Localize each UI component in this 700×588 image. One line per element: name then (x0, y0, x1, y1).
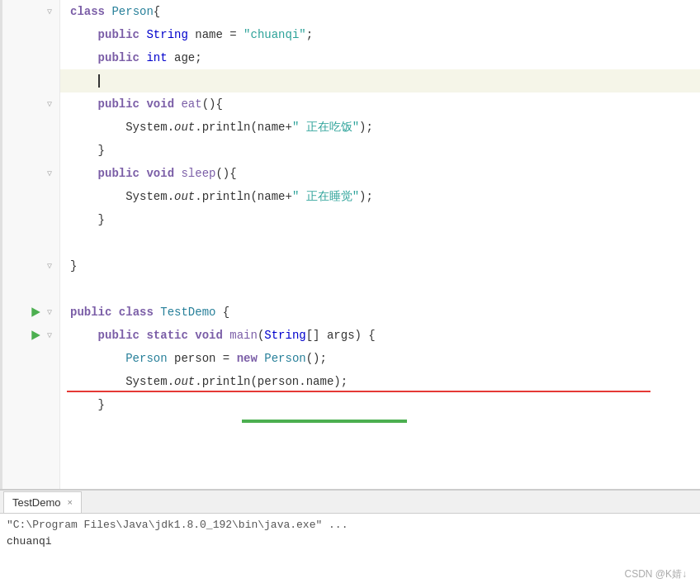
gutter-row-14: ▽ (2, 301, 59, 324)
token-chuanqi: "chuanqi" (244, 28, 306, 41)
fold-icon-15[interactable]: ▽ (45, 330, 54, 340)
token-sp2 (140, 28, 146, 41)
code-line-1: class Person { (60, 0, 700, 23)
token-semi2: ; (306, 28, 313, 41)
token-testdemo-class: TestDemo (160, 306, 215, 319)
token-system9: System. (125, 190, 174, 203)
fold-icon-1[interactable]: ▽ (45, 7, 54, 17)
code-line-14: public class TestDemo { (60, 301, 700, 324)
gutter-row-9 (2, 185, 59, 208)
console-tab[interactable]: TestDemo × (3, 491, 82, 513)
token-sp8 (140, 167, 146, 180)
code-line-12: } (60, 254, 700, 277)
token-system17: System. (125, 375, 174, 388)
token-indent2 (70, 28, 98, 41)
fold-icon-8[interactable]: ▽ (45, 168, 54, 178)
code-line-11 (60, 231, 700, 254)
token-void5: void (146, 97, 174, 111)
token-public2: public (98, 28, 140, 41)
tab-bar: TestDemo × (0, 491, 700, 514)
gutter-row-17 (2, 370, 59, 393)
gutter-row-10 (2, 208, 59, 231)
token-system6: System. (125, 121, 174, 134)
run-icon-14[interactable] (30, 306, 41, 318)
token-sp8b (174, 167, 181, 180)
token-void15: void (195, 329, 223, 342)
code-line-17: System. out .println(person. name); (60, 370, 700, 393)
token-sp15 (140, 329, 146, 342)
token-sleeping: " 正在睡觉" (292, 189, 359, 204)
token-indent9 (70, 190, 125, 203)
token-person-var: person = (168, 352, 237, 365)
token-indent18 (70, 398, 98, 411)
gutter-row-13 (2, 277, 59, 301)
fold-icon-12[interactable]: ▽ (45, 261, 54, 271)
token-brace: { (154, 5, 160, 18)
gutter-row-15: ▽ (2, 324, 59, 347)
svg-marker-0 (31, 307, 40, 317)
token-main-args: ( (258, 329, 264, 342)
gutter-row-4 (2, 69, 59, 92)
token-person-class: Person (111, 5, 153, 18)
token-out17: out (174, 375, 195, 388)
token-string-type: String (146, 28, 187, 41)
token-sp16 (258, 352, 264, 365)
token-eat-method: eat (181, 97, 201, 111)
token-println17: .println(person. (195, 375, 305, 388)
token-sp5 (140, 97, 146, 111)
token-indent6 (70, 121, 125, 134)
bottom-panel: TestDemo × "C:\Program Files\Java\jdk1.8… (0, 489, 700, 588)
token-public3: public (98, 51, 140, 64)
code-line-4 (60, 69, 700, 92)
token-println9: .println(name+ (195, 190, 292, 203)
token-int-type: int (146, 51, 167, 64)
gutter-row-12: ▽ (2, 254, 59, 277)
token-out6: out (174, 121, 195, 134)
run-icon-15[interactable] (30, 330, 41, 341)
horizontal-scrollbar-thumb[interactable] (242, 420, 407, 423)
token-sp3 (140, 51, 146, 64)
gutter-row-7 (2, 139, 59, 162)
token-indent5 (70, 97, 98, 111)
watermark: CSDN @K婧↓ (624, 567, 687, 581)
gutter-row-2 (2, 23, 59, 46)
fold-icon-5[interactable]: ▽ (45, 99, 54, 109)
red-underline-decoration (67, 391, 650, 392)
code-line-2: public String name = "chuanqi" ; (60, 23, 700, 46)
console-line-1: "C:\Program Files\Java\jdk1.8.0_192\bin\… (7, 517, 693, 533)
token-string-arr: String (264, 329, 305, 342)
code-line-6: System. out .println(name+ " 正在吃饭" ); (60, 116, 700, 139)
token-public15: public (98, 329, 140, 342)
token-public14: public (70, 306, 111, 319)
console-output: "C:\Program Files\Java\jdk1.8.0_192\bin\… (0, 514, 700, 588)
tab-close-button[interactable]: × (68, 497, 73, 507)
token-println6: .println(name+ (195, 121, 292, 134)
token-sleep-method: sleep (181, 167, 215, 180)
console-output-text: chuanqi (7, 535, 52, 548)
token-public8: public (98, 167, 140, 180)
console-path-text: "C:\Program Files\Java\jdk1.8.0_192\bin\… (7, 519, 348, 531)
token-out9: out (174, 190, 195, 203)
token-person-constructor: Person (264, 352, 305, 365)
token-class14: class (119, 306, 154, 319)
token-indent4 (70, 74, 98, 88)
token-main-method: main (229, 329, 258, 342)
code-line-3: public int age; (60, 46, 700, 69)
tab-label: TestDemo (12, 496, 61, 509)
token-sp15b (188, 329, 195, 342)
gutter-row-5: ▽ (2, 92, 59, 116)
scroll-bar-area (60, 418, 700, 424)
token-sleep-paren: (){ (215, 167, 236, 180)
gutter-row-6 (2, 116, 59, 139)
token-semi9: ); (359, 190, 373, 203)
token-person-type: Person (125, 352, 167, 365)
code-line-15: public static void main ( String [] args… (60, 324, 700, 347)
code-line-10: } (60, 208, 700, 231)
token-eat-paren: (){ (202, 97, 223, 111)
fold-icon-14[interactable]: ▽ (45, 307, 54, 317)
gutter-row-16 (2, 347, 59, 370)
code-line-8: public void sleep (){ (60, 162, 700, 185)
code-line-18: } (60, 393, 700, 416)
token-public5: public (98, 97, 140, 111)
token-sp14b (154, 306, 160, 319)
